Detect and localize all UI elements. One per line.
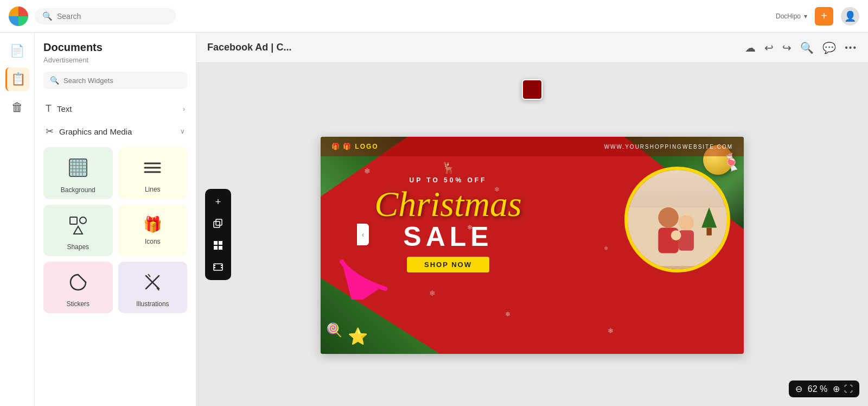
shapes-widget[interactable]: Shapes bbox=[43, 205, 113, 256]
stickers-icon bbox=[68, 272, 88, 296]
snowflake-2: ❄ bbox=[494, 186, 500, 193]
more-options-icon[interactable]: ••• bbox=[845, 43, 857, 53]
background-icon bbox=[68, 158, 88, 182]
graphics-section-chevron: ∨ bbox=[180, 128, 185, 135]
zoom-controls: ⊖ 62 % ⊕ ⛶ bbox=[789, 380, 859, 397]
user-profile-button[interactable]: 👤 bbox=[841, 7, 859, 26]
percent-off-text: UP TO 50% OFF bbox=[331, 176, 565, 184]
shop-now-button[interactable]: SHOP NOW bbox=[407, 257, 489, 272]
sidebar-item-documents[interactable]: 📄 bbox=[5, 39, 29, 63]
svg-rect-12 bbox=[70, 217, 77, 224]
grid-view-button[interactable] bbox=[208, 236, 228, 255]
comment-icon[interactable]: 💬 bbox=[822, 41, 836, 54]
redo-icon[interactable]: ↪ bbox=[782, 41, 792, 54]
illustrations-widget[interactable]: Illustrations bbox=[118, 262, 188, 313]
shapes-icon bbox=[68, 215, 88, 239]
stickers-widget[interactable]: Stickers bbox=[43, 262, 113, 313]
illustrations-icon bbox=[143, 272, 162, 296]
snowflake-1: ❄ bbox=[364, 167, 371, 175]
svg-point-34 bbox=[658, 207, 679, 228]
snowflake-4: ❄ bbox=[429, 289, 436, 297]
background-widget[interactable]: Background bbox=[43, 147, 113, 199]
brand-menu[interactable]: DocHipo ▾ bbox=[776, 12, 807, 20]
nav-right: DocHipo ▾ + 👤 bbox=[776, 7, 859, 26]
svg-rect-24 bbox=[214, 246, 218, 250]
widget-search-bar[interactable]: 🔍 bbox=[43, 72, 187, 89]
widget-grid: Background Lines Shapes bbox=[43, 147, 187, 313]
stickers-label: Stickers bbox=[66, 300, 90, 308]
duplicate-button[interactable] bbox=[208, 214, 228, 233]
text-section-label: Text bbox=[57, 104, 72, 113]
svg-rect-0 bbox=[69, 159, 87, 176]
top-nav: 🔍 DocHipo ▾ + 👤 bbox=[0, 0, 868, 33]
widget-panel: Documents Advertisement 🔍 T Text › ✂ Gra… bbox=[35, 33, 196, 406]
icon-sidebar: 📄 📋 🗑 bbox=[0, 33, 35, 406]
zoom-out-button[interactable]: ⊖ bbox=[795, 384, 802, 394]
text-section[interactable]: T Text › bbox=[43, 98, 187, 120]
fullscreen-button[interactable]: ⛶ bbox=[844, 384, 853, 394]
canvas-header: Facebook Ad | C... ☁ ↩ ↪ 🔍 💬 ••• bbox=[196, 33, 868, 63]
snowflake-7: ❄ bbox=[608, 327, 614, 335]
background-label: Background bbox=[61, 186, 95, 194]
icons-icon: 🎁 bbox=[143, 215, 162, 233]
sidebar-item-trash[interactable]: 🗑 bbox=[5, 96, 29, 119]
svg-rect-23 bbox=[219, 241, 222, 245]
brand-name-label: DocHipo bbox=[776, 12, 801, 20]
canvas-workspace: + ‹ 🍬 bbox=[196, 63, 868, 406]
main-area: Facebook Ad | C... ☁ ↩ ↪ 🔍 💬 ••• + bbox=[196, 33, 868, 406]
text-section-arrow: › bbox=[183, 105, 185, 113]
svg-rect-20 bbox=[214, 221, 220, 227]
svg-point-36 bbox=[679, 215, 694, 230]
global-search-bar[interactable]: 🔍 bbox=[35, 8, 176, 24]
svg-rect-33 bbox=[706, 228, 711, 236]
icons-widget[interactable]: 🎁 Icons bbox=[118, 205, 188, 256]
zoom-in-button[interactable]: ⊕ bbox=[833, 384, 840, 394]
create-new-button[interactable]: + bbox=[815, 7, 833, 26]
graphics-section-icon: ✂ bbox=[46, 125, 54, 137]
undo-icon[interactable]: ↩ bbox=[764, 41, 774, 54]
film-strip-button[interactable] bbox=[208, 257, 228, 277]
graphics-section[interactable]: ✂ Graphics and Media ∨ bbox=[43, 120, 187, 143]
global-search-input[interactable] bbox=[57, 12, 155, 21]
snowflake-3: ❄ bbox=[467, 224, 473, 231]
panel-collapse-button[interactable]: ‹ bbox=[357, 224, 369, 245]
snowflake-5: ❄ bbox=[505, 310, 510, 318]
add-element-button[interactable]: + bbox=[208, 192, 228, 212]
lines-widget[interactable]: Lines bbox=[118, 147, 188, 199]
widget-search-icon: 🔍 bbox=[50, 76, 59, 85]
svg-rect-29 bbox=[221, 265, 222, 266]
header-actions: ☁ ↩ ↪ 🔍 💬 ••• bbox=[745, 41, 857, 54]
brand-chevron-icon: ▾ bbox=[804, 12, 807, 20]
svg-rect-22 bbox=[214, 241, 218, 245]
icons-label: Icons bbox=[145, 238, 161, 245]
illustrations-label: Illustrations bbox=[136, 300, 169, 308]
star-icon: ⭐ bbox=[348, 327, 368, 346]
graphics-section-label: Graphics and Media bbox=[59, 127, 132, 136]
widget-search-input[interactable] bbox=[63, 77, 181, 85]
app-logo[interactable] bbox=[9, 7, 28, 26]
lines-icon bbox=[143, 158, 162, 181]
shapes-label: Shapes bbox=[67, 243, 89, 251]
svg-rect-25 bbox=[219, 246, 222, 250]
text-section-icon: T bbox=[46, 103, 52, 115]
panel-subtitle: Advertisement bbox=[43, 56, 187, 64]
cloud-save-icon[interactable]: ☁ bbox=[745, 41, 756, 54]
zoom-value: 62 % bbox=[807, 384, 828, 394]
pink-arrow-annotation bbox=[331, 245, 396, 302]
sidebar-item-templates[interactable]: 📋 bbox=[5, 67, 29, 91]
svg-rect-37 bbox=[679, 230, 694, 251]
svg-line-15 bbox=[78, 275, 86, 282]
canvas-toolbar: + bbox=[205, 189, 231, 280]
ad-website-text: WWW.YOURSHOPPINGWEBSITE.COM bbox=[604, 144, 733, 150]
christmas-text: Christmas bbox=[331, 186, 565, 222]
canvas-title: Facebook Ad | C... bbox=[207, 42, 291, 53]
lines-label: Lines bbox=[145, 186, 161, 193]
candy-bottom-icon: 🍭 bbox=[326, 322, 342, 338]
search-canvas-icon[interactable]: 🔍 bbox=[800, 41, 814, 54]
svg-rect-27 bbox=[214, 265, 215, 266]
color-picker-dot[interactable] bbox=[522, 79, 542, 100]
family-photo-circle bbox=[624, 167, 730, 272]
svg-rect-21 bbox=[216, 219, 222, 225]
snowflake-6: ❄ bbox=[604, 245, 608, 251]
svg-rect-28 bbox=[214, 267, 215, 268]
